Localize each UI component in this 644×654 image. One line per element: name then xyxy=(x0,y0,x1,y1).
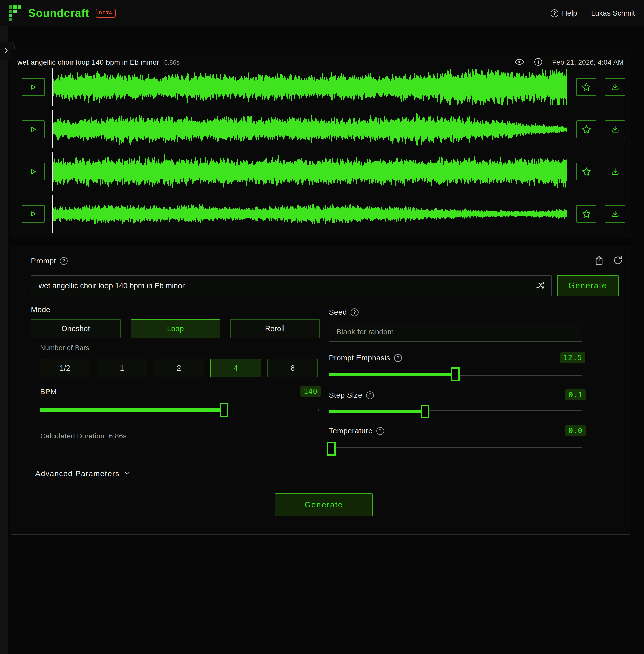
bpm-label: BPM xyxy=(40,387,57,396)
temperature-help-icon[interactable]: ? xyxy=(376,427,384,435)
favorite-button[interactable] xyxy=(576,205,596,223)
help-icon: ? xyxy=(551,9,558,17)
bars-option-8[interactable]: 8 xyxy=(267,359,318,377)
bars-option-4[interactable]: 4 xyxy=(210,359,261,377)
bpm-value-badge: 140 xyxy=(300,386,321,397)
brand-group: Soundcraft BETA xyxy=(9,5,116,21)
advanced-parameters-label: Advanced Parameters xyxy=(35,469,120,478)
soundcraft-logo-icon xyxy=(9,5,23,21)
playhead-cursor xyxy=(52,152,53,191)
refresh-icon[interactable] xyxy=(613,255,623,267)
play-button[interactable] xyxy=(22,78,45,96)
waveform[interactable] xyxy=(52,196,567,232)
user-menu[interactable]: Lukas Schmit xyxy=(591,9,635,17)
step-size-slider[interactable] xyxy=(329,406,582,417)
favorite-button[interactable] xyxy=(576,120,596,138)
download-button[interactable] xyxy=(605,120,625,138)
generation-timestamp: Feb 21, 2026, 4:04 AM xyxy=(552,58,624,66)
slider-fill xyxy=(329,410,425,413)
prompt-emphasis-label-row: Prompt Emphasis ? xyxy=(329,354,402,362)
chevron-right-icon xyxy=(2,47,10,55)
prompt-input-wrap xyxy=(31,275,552,296)
seed-label: Seed xyxy=(329,308,347,316)
header-right: ? Help Lukas Schmit xyxy=(551,9,635,17)
download-button[interactable] xyxy=(605,163,625,180)
panel-actions xyxy=(594,255,623,267)
mode-label: Mode xyxy=(31,305,50,314)
generate-button[interactable]: Generate xyxy=(557,275,619,296)
prompt-emphasis-help-icon[interactable]: ? xyxy=(394,354,402,362)
bpm-slider[interactable] xyxy=(40,405,319,415)
prompt-help-icon[interactable]: ? xyxy=(60,257,68,265)
step-size-label-row: Step Size ? xyxy=(329,391,374,399)
waveform[interactable] xyxy=(52,153,567,190)
bars-label: Number of Bars xyxy=(40,344,89,352)
playhead-cursor xyxy=(52,68,53,106)
prompt-label-row: Prompt ? xyxy=(31,257,68,265)
favorite-button[interactable] xyxy=(576,163,596,180)
page: Soundcraft BETA ? Help Lukas Schmit wet … xyxy=(0,0,644,654)
slider-fill xyxy=(40,408,224,412)
share-icon[interactable] xyxy=(594,255,604,267)
seed-input[interactable] xyxy=(329,322,582,342)
prompt-emphasis-slider[interactable] xyxy=(329,369,582,380)
bars-option-2[interactable]: 2 xyxy=(154,359,204,377)
waveform[interactable] xyxy=(52,111,567,147)
slider-track xyxy=(329,447,582,450)
seed-help-icon[interactable]: ? xyxy=(351,308,359,316)
slider-handle[interactable] xyxy=(327,442,336,456)
temperature-value-badge: 0.0 xyxy=(565,425,585,436)
shuffle-icon[interactable] xyxy=(535,280,546,291)
temperature-label-row: Temperature ? xyxy=(329,427,384,435)
chevron-down-icon xyxy=(124,470,131,478)
prompt-input[interactable] xyxy=(31,275,552,296)
seed-input-wrap xyxy=(329,322,582,342)
prompt-label: Prompt xyxy=(31,257,56,265)
generate-button-bottom[interactable]: Generate xyxy=(275,493,373,516)
play-button[interactable] xyxy=(22,163,45,180)
app-header: Soundcraft BETA ? Help Lukas Schmit xyxy=(0,0,644,26)
generation-duration: 6.86s xyxy=(164,59,180,66)
advanced-parameters-toggle[interactable]: Advanced Parameters xyxy=(35,469,131,478)
playhead-cursor xyxy=(52,195,53,233)
bars-option-half[interactable]: 1/2 xyxy=(40,359,90,377)
prompt-emphasis-label: Prompt Emphasis xyxy=(329,354,390,362)
slider-handle[interactable] xyxy=(421,405,429,418)
slider-fill xyxy=(329,372,455,376)
waveform[interactable] xyxy=(52,69,567,105)
slider-handle[interactable] xyxy=(451,367,460,381)
bars-option-1[interactable]: 1 xyxy=(97,359,147,377)
collapsed-sidebar xyxy=(0,26,7,654)
help-button[interactable]: ? Help xyxy=(551,9,577,17)
favorite-button[interactable] xyxy=(576,78,596,96)
generation-panel: wet angellic choir loop 140 bpm in Eb mi… xyxy=(10,49,631,237)
help-label: Help xyxy=(562,9,577,17)
waveform-row xyxy=(11,150,631,193)
play-button[interactable] xyxy=(22,120,45,138)
mode-option-oneshot[interactable]: Oneshot xyxy=(31,319,121,338)
step-size-value-badge: 0.1 xyxy=(565,389,585,401)
prompt-emphasis-value-badge: 12.5 xyxy=(560,352,585,363)
waveform-row xyxy=(11,193,631,235)
calculated-duration: Calculated Duration: 6.86s xyxy=(40,432,127,440)
generation-title: wet angellic choir loop 140 bpm in Eb mi… xyxy=(17,58,159,66)
waveform-list xyxy=(11,66,631,235)
brand-name: Soundcraft xyxy=(28,7,89,19)
mode-option-reroll[interactable]: Reroll xyxy=(230,319,320,338)
waveform-row xyxy=(11,108,631,150)
beta-badge: BETA xyxy=(96,8,116,18)
download-button[interactable] xyxy=(605,205,625,223)
download-button[interactable] xyxy=(605,78,625,96)
step-size-label: Step Size xyxy=(329,391,362,399)
mode-option-loop[interactable]: Loop xyxy=(131,319,220,338)
seed-label-row: Seed ? xyxy=(329,308,359,316)
step-size-help-icon[interactable]: ? xyxy=(366,391,374,399)
temperature-label: Temperature xyxy=(329,427,373,435)
prompt-panel: Prompt ? Generate Mode Oneshot Loop Rero… xyxy=(10,246,631,534)
temperature-slider[interactable] xyxy=(329,443,582,454)
slider-handle[interactable] xyxy=(220,403,228,417)
playhead-cursor xyxy=(52,110,53,148)
play-button[interactable] xyxy=(22,205,45,223)
waveform-row xyxy=(11,66,631,108)
